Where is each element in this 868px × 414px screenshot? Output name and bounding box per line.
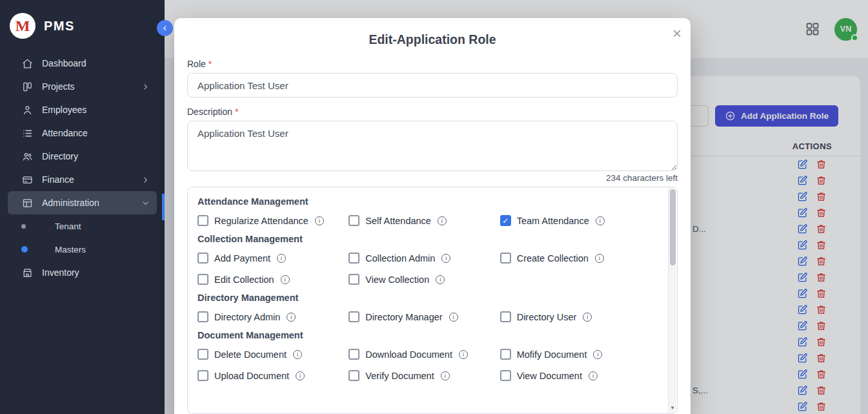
permission-self-attendance[interactable]: Self Attendancei <box>348 215 500 226</box>
chevron-right-icon <box>141 175 150 185</box>
permission-upload-document[interactable]: Upload Documenti <box>197 370 348 381</box>
checkbox-icon[interactable] <box>348 253 359 264</box>
permission-delete-document[interactable]: Delete Documenti <box>197 349 348 360</box>
checkbox-icon[interactable] <box>348 370 359 381</box>
sidebar-item-label: Projects <box>42 81 132 92</box>
checkbox-icon[interactable] <box>197 274 208 285</box>
checkbox-icon[interactable] <box>348 349 359 360</box>
permission-verify-document[interactable]: Verify Documenti <box>348 370 500 381</box>
permission-label: Directory User <box>517 312 577 322</box>
permission-view-document[interactable]: View Documenti <box>500 370 651 381</box>
permission-label: Download Document <box>365 349 452 360</box>
info-icon: i <box>281 275 290 284</box>
sidebar-subitem-tenant[interactable]: Tenant <box>0 214 165 238</box>
info-icon: i <box>436 275 445 284</box>
app-logo: M PMS <box>0 0 165 52</box>
sidebar-item-administration[interactable]: Administration <box>8 191 157 214</box>
info-icon: i <box>449 313 458 322</box>
checkbox-icon[interactable] <box>197 311 208 322</box>
checkbox-icon[interactable] <box>348 215 359 226</box>
description-textarea[interactable]: Application Test User <box>187 121 678 171</box>
sidebar-item-projects[interactable]: Projects <box>8 75 157 98</box>
checkbox-icon[interactable] <box>197 349 208 360</box>
scroll-down-icon[interactable]: ▼ <box>669 405 676 411</box>
permission-mofify-document[interactable]: Mofify Documenti <box>500 349 651 360</box>
sidebar-item-label: Directory <box>42 151 150 161</box>
sidebar-subitem-label: Masters <box>55 245 86 254</box>
permission-grid: Delete DocumentiDownload DocumentiMofify… <box>197 349 651 381</box>
scrollbar[interactable]: ▼ <box>668 188 676 413</box>
permission-label: Team Attendance <box>517 216 589 226</box>
role-field: Role * <box>187 59 678 98</box>
checkbox-icon[interactable] <box>500 253 511 264</box>
info-icon: i <box>596 216 605 225</box>
permission-regularize-attendance[interactable]: Regularize Attendancei <box>197 215 348 226</box>
checkbox-icon[interactable] <box>197 370 208 381</box>
scrollbar-thumb[interactable] <box>670 189 676 265</box>
permission-view-collection[interactable]: View Collectioni <box>348 274 500 285</box>
sidebar-item-label: Dashboard <box>42 58 150 68</box>
permission-directory-manager[interactable]: Directory Manageri <box>348 311 500 322</box>
permission-edit-collection[interactable]: Edit Collectioni <box>197 274 348 285</box>
checkbox-icon[interactable] <box>500 311 511 322</box>
permission-label: Self Attendance <box>365 216 431 226</box>
permission-download-document[interactable]: Download Documenti <box>348 349 500 360</box>
checkbox-checked-icon[interactable]: ✓ <box>500 215 511 226</box>
permission-label: Verify Document <box>365 371 434 381</box>
directory-icon <box>22 151 33 162</box>
attendance-icon <box>22 128 33 139</box>
modal-title: Edit-Application Role <box>187 32 678 47</box>
sidebar-item-label: Employees <box>42 105 150 115</box>
permission-section-title: Collection Management <box>197 234 651 244</box>
permission-add-payment[interactable]: Add Paymenti <box>197 253 348 264</box>
sidebar-item-attendance[interactable]: Attendance <box>8 121 157 145</box>
checkbox-icon[interactable] <box>197 253 208 264</box>
sidebar: M PMS DashboardProjectsEmployeesAttendan… <box>0 0 165 414</box>
home-icon <box>22 58 33 69</box>
finance-icon <box>22 174 33 185</box>
chevron-left-icon: ‹ <box>163 23 167 33</box>
sidebar-item-label: Attendance <box>42 128 150 138</box>
sidebar-subitem-masters[interactable]: Masters <box>0 238 165 261</box>
checkbox-icon[interactable] <box>197 215 208 226</box>
close-icon[interactable]: × <box>672 26 681 41</box>
sidebar-collapse-button[interactable]: ‹ <box>157 20 173 36</box>
permission-label: Add Payment <box>214 253 270 264</box>
logo-icon: M <box>10 13 35 39</box>
permission-label: Mofify Document <box>517 349 587 360</box>
info-icon: i <box>441 371 450 380</box>
sidebar-item-employees[interactable]: Employees <box>8 98 157 121</box>
permission-section-title: Directory Management <box>197 293 651 303</box>
administration-icon <box>22 198 33 209</box>
info-icon: i <box>459 350 468 359</box>
required-asterisk: * <box>235 107 238 117</box>
checkbox-icon[interactable] <box>500 370 511 381</box>
role-label: Role * <box>187 59 678 69</box>
sidebar-item-dashboard[interactable]: Dashboard <box>8 52 157 75</box>
description-label: Description * <box>187 107 678 117</box>
sidebar-subitem-label: Tenant <box>55 222 81 231</box>
permission-label: Create Collection <box>517 253 589 264</box>
description-label-text: Description <box>187 107 232 117</box>
permission-label: Edit Collection <box>214 274 274 285</box>
sidebar-item-finance[interactable]: Finance <box>8 168 157 191</box>
blue-dot-icon <box>21 246 28 253</box>
role-input[interactable] <box>187 73 678 98</box>
permissions-box: Attendance ManagementRegularize Attendan… <box>187 187 678 414</box>
permission-collection-admin[interactable]: Collection Admini <box>348 253 500 264</box>
sidebar-item-inventory[interactable]: Inventory <box>8 261 157 284</box>
sidebar-nav: DashboardProjectsEmployeesAttendanceDire… <box>0 52 165 284</box>
checkbox-icon[interactable] <box>500 349 511 360</box>
info-icon: i <box>589 371 598 380</box>
sidebar-item-directory[interactable]: Directory <box>8 145 157 168</box>
permission-label: Upload Document <box>214 371 289 381</box>
permission-team-attendance[interactable]: ✓Team Attendancei <box>500 215 651 226</box>
permission-grid: Directory AdminiDirectory ManageriDirect… <box>197 311 651 322</box>
info-icon: i <box>296 371 305 380</box>
permission-directory-admin[interactable]: Directory Admini <box>197 311 348 322</box>
checkbox-icon[interactable] <box>348 274 359 285</box>
permission-create-collection[interactable]: Create Collectioni <box>500 253 651 264</box>
sidebar-item-label: Inventory <box>42 267 150 278</box>
checkbox-icon[interactable] <box>348 311 359 322</box>
permission-directory-user[interactable]: Directory Useri <box>500 311 651 322</box>
